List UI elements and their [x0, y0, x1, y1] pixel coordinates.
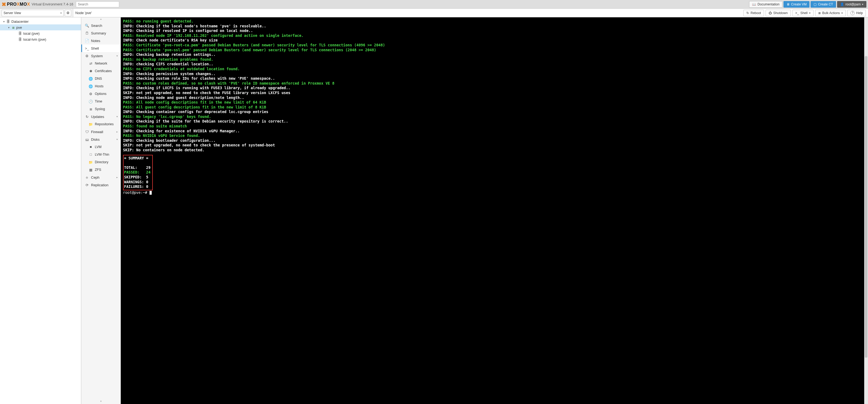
menu-certificates[interactable]: Certificates	[81, 67, 121, 75]
certificate-icon	[89, 69, 93, 73]
gear-icon	[85, 54, 89, 58]
help-button[interactable]: Help	[847, 10, 866, 16]
gear-icon	[89, 92, 93, 96]
logo-x-icon: ✖	[2, 1, 6, 8]
menu-zfs[interactable]: ZFS	[81, 166, 121, 174]
tree-label: pve	[16, 26, 22, 30]
help-label: Help	[856, 11, 863, 15]
menu-summary[interactable]: Summary	[81, 29, 121, 37]
tree-storage-local[interactable]: local (pve)	[0, 30, 81, 36]
menu-lvm[interactable]: LVM	[81, 143, 121, 151]
menu-syslog[interactable]: Syslog	[81, 105, 121, 113]
monitor-icon	[786, 2, 790, 6]
menu-label: Ceph	[91, 175, 99, 179]
menu-hosts[interactable]: Hosts	[81, 82, 121, 90]
menu-shell[interactable]: Shell	[81, 45, 121, 52]
network-icon	[89, 62, 93, 66]
reboot-button[interactable]: Reboot	[743, 10, 764, 16]
log-icon	[89, 107, 93, 111]
menu-label: Network	[95, 62, 107, 65]
menu-network[interactable]: Network	[81, 60, 121, 67]
globe-icon	[89, 77, 93, 81]
book-icon	[752, 2, 756, 6]
menu-directory[interactable]: Directory	[81, 158, 121, 166]
main-layout: ▾ Datacenter ▾ pve local (pve) local-lvm…	[0, 17, 868, 404]
tree-label: local-lvm (pve)	[23, 37, 46, 41]
folder-icon	[89, 160, 93, 164]
square-icon	[89, 145, 93, 149]
shutdown-button[interactable]: Shutdown	[766, 10, 790, 16]
menu-label: Replication	[91, 183, 108, 187]
menu-label: ZFS	[95, 168, 101, 172]
search-icon	[85, 24, 89, 28]
tree-label: local (pve)	[23, 31, 39, 35]
menu-replication[interactable]: Replication	[81, 181, 121, 189]
view-selector[interactable]: Server View ▾	[2, 10, 64, 16]
menu-lvm-thin[interactable]: LVM-Thin	[81, 151, 121, 158]
cube-icon	[813, 2, 816, 6]
user-icon	[840, 2, 844, 6]
chevron-right-icon: ▸	[117, 131, 118, 133]
menu-disks[interactable]: Disks▾	[81, 136, 121, 143]
server-icon	[11, 26, 15, 30]
shield-icon	[85, 130, 89, 134]
terminal-scroll[interactable]: PASS: no running guest detected.INFO: Ch…	[121, 17, 868, 404]
replication-icon	[85, 183, 89, 187]
terminal-output: PASS: no running guest detected.INFO: Ch…	[123, 19, 868, 195]
ceph-icon	[85, 175, 89, 179]
list-icon	[818, 11, 821, 15]
menu-label: System	[91, 54, 103, 58]
menu-dns[interactable]: DNS	[81, 75, 121, 82]
tree-datacenter[interactable]: ▾ Datacenter	[0, 19, 81, 24]
scrollbar-thumb[interactable]	[865, 56, 867, 358]
bulk-actions-button[interactable]: Bulk Actions▾	[815, 10, 846, 16]
tree-node-pve[interactable]: ▾ pve	[0, 24, 81, 30]
resource-tree: ▾ Datacenter ▾ pve local (pve) local-lvm…	[0, 17, 81, 404]
chevron-down-icon: ▾	[117, 115, 118, 118]
menu-label: Notes	[91, 39, 100, 43]
chevron-down-icon: ▾	[862, 3, 863, 6]
node-title: Node 'pve'	[75, 11, 92, 15]
view-settings-button[interactable]	[65, 10, 71, 16]
terminal-panel: PASS: no running guest detected.INFO: Ch…	[121, 17, 868, 404]
menu-search[interactable]: Search	[81, 22, 121, 29]
tree-storage-local-lvm[interactable]: local-lvm (pve)	[0, 36, 81, 42]
menu-label: DNS	[95, 77, 102, 81]
menu-options[interactable]: Options	[81, 90, 121, 97]
view-selector-wrap: Server View ▾	[0, 9, 73, 17]
menu-system[interactable]: System▾	[81, 52, 121, 60]
grid-icon	[89, 168, 93, 172]
menu-ceph[interactable]: Ceph▸	[81, 174, 121, 181]
menu-label: Syslog	[95, 107, 105, 111]
menu-label: LVM	[95, 145, 101, 149]
reload-icon	[746, 11, 749, 15]
menu-notes[interactable]: Notes	[81, 37, 121, 45]
toolbar-row: Server View ▾ Node 'pve' Reboot Shutdown…	[0, 9, 868, 17]
node-toolbar: Node 'pve' Reboot Shutdown Shell▾ Bulk A…	[73, 9, 868, 17]
menu-updates[interactable]: Updates▾	[81, 113, 121, 120]
menu-label: Updates	[91, 115, 104, 119]
create-vm-label: Create VM	[791, 2, 806, 6]
documentation-button[interactable]: Documentation	[749, 1, 782, 8]
repo-icon	[89, 122, 93, 126]
bulk-actions-label: Bulk Actions	[822, 11, 840, 15]
menu-scroll-down[interactable]: ▾	[81, 400, 121, 404]
shell-button[interactable]: Shell▾	[793, 10, 813, 16]
create-ct-button[interactable]: Create CT	[811, 1, 836, 8]
collapse-icon: ▾	[7, 26, 10, 29]
tree-label: Datacenter	[11, 20, 29, 24]
shutdown-label: Shutdown	[773, 11, 787, 15]
menu-scroll-up[interactable]: ▴	[81, 17, 121, 22]
search-input[interactable]	[76, 1, 119, 7]
create-vm-button[interactable]: Create VM	[783, 1, 809, 8]
menu-firewall[interactable]: Firewall▸	[81, 128, 121, 136]
menu-time[interactable]: Time	[81, 97, 121, 105]
clock-icon	[89, 99, 93, 104]
user-menu-button[interactable]: root@pam▾	[837, 1, 866, 8]
power-icon	[769, 11, 772, 15]
terminal-scrollbar[interactable]	[864, 17, 868, 404]
storage-icon	[18, 37, 22, 41]
square-outline-icon	[89, 153, 93, 156]
menu-repositories[interactable]: Repositories	[81, 120, 121, 128]
collapse-icon: ▾	[2, 20, 5, 23]
